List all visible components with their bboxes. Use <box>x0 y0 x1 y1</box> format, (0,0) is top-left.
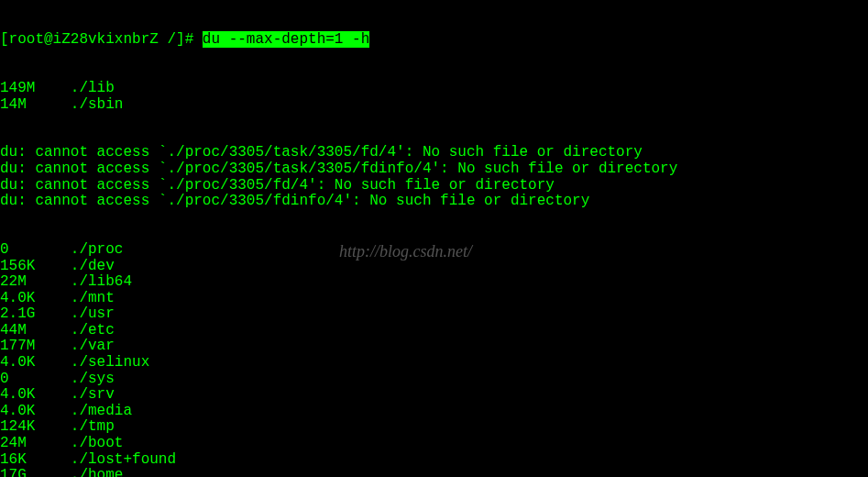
entered-command: du --max-depth=1 -h <box>203 31 369 48</box>
du-errors: du: cannot access `./proc/3305/task/3305… <box>0 145 868 209</box>
du-entry: 177M ./var <box>0 338 868 355</box>
du-entry: 0 ./sys <box>0 372 868 388</box>
du-error-line: du: cannot access `./proc/3305/fd/4': No… <box>0 178 868 194</box>
du-entry: 24M ./boot <box>0 436 868 452</box>
terminal-window[interactable]: [root@iZ28vkixnbrZ /]# du --max-depth=1 … <box>0 0 868 477</box>
du-entry: 124K ./tmp <box>0 419 868 436</box>
du-error-line: du: cannot access `./proc/3305/task/3305… <box>0 145 868 161</box>
du-entry: 0 ./proc <box>0 242 868 259</box>
du-entry: 14M ./sbin <box>0 97 868 114</box>
du-output-block2: 0 ./proc156K ./dev22M ./lib644.0K ./mnt2… <box>0 242 868 477</box>
du-error-line: du: cannot access `./proc/3305/task/3305… <box>0 161 868 178</box>
du-entry: 44M ./etc <box>0 323 868 339</box>
du-entry: 22M ./lib64 <box>0 274 868 291</box>
du-output-block1: 149M ./lib14M ./sbin <box>0 81 868 113</box>
du-entry: 156K ./dev <box>0 259 868 275</box>
du-entry: 4.0K ./selinux <box>0 355 868 372</box>
shell-prompt: [root@iZ28vkixnbrZ /]# <box>0 31 203 48</box>
du-entry: 16K ./lost+found <box>0 452 868 469</box>
du-entry: 2.1G ./usr <box>0 306 868 323</box>
du-entry: 4.0K ./mnt <box>0 291 868 307</box>
du-entry: 17G ./home <box>0 468 868 477</box>
command-line: [root@iZ28vkixnbrZ /]# du --max-depth=1 … <box>0 32 868 49</box>
du-entry: 4.0K ./media <box>0 404 868 420</box>
du-error-line: du: cannot access `./proc/3305/fdinfo/4'… <box>0 194 868 210</box>
du-entry: 149M ./lib <box>0 81 868 97</box>
du-entry: 4.0K ./srv <box>0 387 868 404</box>
